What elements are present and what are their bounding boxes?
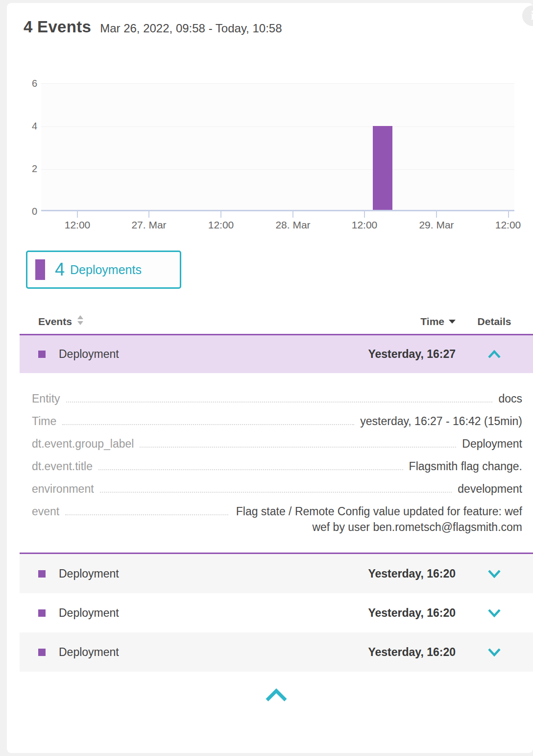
- chevron-down-icon: [488, 570, 501, 578]
- event-time: Yesterday, 16:20: [368, 567, 456, 580]
- x-tick-label: 12:00: [330, 219, 399, 231]
- deployment-swatch-icon: [38, 649, 46, 656]
- event-row[interactable]: Deployment Yesterday, 16:27: [20, 335, 533, 373]
- legend-count: 4: [55, 259, 65, 280]
- detail-label: Entity: [32, 391, 60, 406]
- event-time: Yesterday, 16:27: [368, 348, 456, 361]
- time-range-label: Mar 26, 2022, 09:58 - Today, 10:58: [100, 22, 282, 35]
- detail-row: Entity docs: [32, 391, 522, 406]
- x-tick-label: 12:00: [474, 219, 533, 231]
- gridline-4: [41, 126, 514, 127]
- detail-value: docs: [498, 391, 522, 406]
- detail-row: environment development: [32, 481, 522, 497]
- y-tick-4: 4: [7, 121, 37, 131]
- dotted-leader: [98, 458, 403, 470]
- event-type-label: Deployment: [59, 606, 368, 620]
- col-header-details: Details: [456, 316, 533, 328]
- events-table: Events Time Details Deploym: [20, 309, 533, 704]
- event-time: Yesterday, 16:20: [368, 646, 456, 659]
- expand-row-button[interactable]: [456, 648, 533, 656]
- col-header-time[interactable]: Time: [420, 316, 444, 328]
- info-icon-glyph: i: [531, 8, 533, 23]
- detail-label: dt.event.title: [32, 458, 93, 474]
- sort-desc-icon: [449, 320, 456, 324]
- detail-row: dt.event.group_label Deployment: [32, 436, 522, 452]
- x-tick-label: 27. Mar: [115, 219, 183, 231]
- chevron-down-icon: [488, 648, 501, 656]
- x-tick-label: 29. Mar: [402, 219, 471, 231]
- dotted-leader: [65, 504, 228, 515]
- dotted-leader: [66, 391, 493, 403]
- col-header-events[interactable]: Events: [38, 316, 72, 328]
- detail-label: event: [32, 504, 59, 519]
- expand-row-button[interactable]: [456, 570, 533, 578]
- chart-bar[interactable]: [373, 126, 392, 210]
- detail-label: Time: [32, 413, 56, 429]
- event-row[interactable]: Deployment Yesterday, 16:20: [20, 554, 533, 593]
- y-tick-0: 0: [7, 206, 37, 216]
- detail-value: Flag state / Remote Config value updated…: [234, 504, 522, 535]
- expand-row-button[interactable]: [456, 609, 533, 617]
- event-time: Yesterday, 16:20: [368, 606, 456, 620]
- deployment-swatch-icon: [38, 570, 46, 578]
- detail-value: Flagsmith flag change.: [409, 458, 522, 474]
- y-tick-6: 6: [7, 78, 37, 88]
- table-header-row: Events Time Details: [20, 309, 533, 335]
- x-tick-label: 28. Mar: [259, 219, 327, 231]
- x-tick-mark: [292, 211, 293, 218]
- x-tick-mark: [77, 211, 78, 218]
- event-type-label: Deployment: [59, 348, 368, 361]
- event-details-panel: Entity docs Time yesterday, 16:27 - 16:4…: [20, 373, 533, 554]
- x-tick-mark: [436, 211, 437, 218]
- page-title: 4 Events: [24, 18, 91, 36]
- event-row[interactable]: Deployment Yesterday, 16:20: [20, 593, 533, 632]
- gridline-2: [41, 169, 514, 170]
- detail-value: development: [458, 481, 522, 497]
- detail-row: event Flag state / Remote Config value u…: [32, 504, 522, 535]
- deployments-color-swatch: [35, 259, 45, 280]
- event-type-label: Deployment: [59, 567, 368, 580]
- deployment-swatch-icon: [38, 351, 46, 358]
- detail-label: environment: [32, 481, 94, 497]
- y-tick-2: 2: [7, 164, 37, 174]
- collapse-panel-button[interactable]: [265, 688, 288, 704]
- x-tick-mark: [508, 211, 509, 218]
- x-tick-mark: [148, 211, 149, 218]
- event-type-label: Deployment: [59, 646, 368, 659]
- dotted-leader: [62, 413, 354, 425]
- collapse-row-button[interactable]: [456, 350, 533, 358]
- deployment-swatch-icon: [38, 609, 46, 617]
- events-bar-chart[interactable]: 12:00 27. Mar 12:00 28. Mar 12:00 29. Ma…: [41, 83, 514, 211]
- detail-row: Time yesterday, 16:27 - 16:42 (15min): [32, 413, 522, 429]
- dotted-leader: [100, 481, 452, 493]
- legend-label: Deployments: [70, 263, 142, 277]
- detail-row: dt.event.title Flagsmith flag change.: [32, 458, 522, 474]
- events-panel: i 4 Events Mar 26, 2022, 09:58 - Today, …: [7, 3, 533, 753]
- chevron-up-icon: [265, 688, 288, 702]
- detail-value: yesterday, 16:27 - 16:42 (15min): [360, 413, 522, 429]
- x-tick-label: 12:00: [187, 219, 255, 231]
- event-row[interactable]: Deployment Yesterday, 16:20: [20, 632, 533, 672]
- sort-icon[interactable]: [77, 315, 83, 328]
- dotted-leader: [140, 436, 456, 448]
- x-tick-label: 12:00: [43, 219, 112, 231]
- x-tick-mark: [220, 211, 221, 218]
- chevron-down-icon: [488, 609, 501, 617]
- detail-label: dt.event.group_label: [32, 436, 134, 452]
- detail-value: Deployment: [462, 436, 522, 452]
- chevron-up-icon: [488, 350, 501, 358]
- panel-header: 4 Events Mar 26, 2022, 09:58 - Today, 10…: [24, 18, 282, 36]
- legend-deployments-toggle[interactable]: 4 Deployments: [26, 251, 181, 289]
- x-tick-mark: [364, 211, 365, 218]
- info-icon[interactable]: i: [522, 5, 533, 26]
